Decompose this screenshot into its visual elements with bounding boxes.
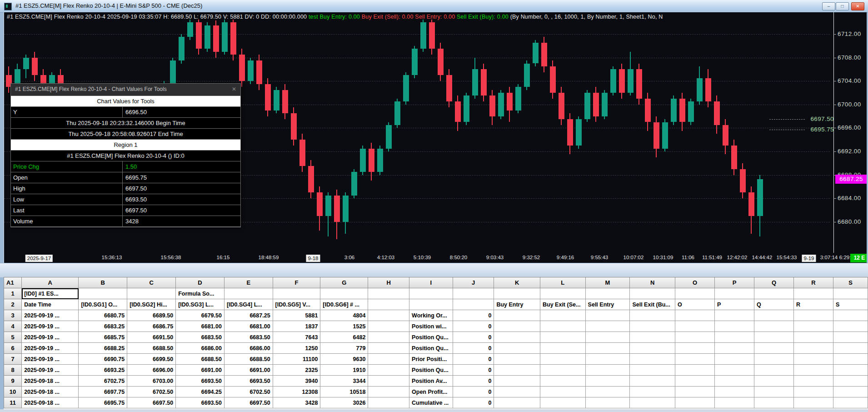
cell-S6[interactable] [833,343,868,354]
cell-B5[interactable]: 6685.75 [79,332,127,343]
cell-K4[interactable] [494,321,540,332]
cell-Q6[interactable] [754,343,794,354]
cell-H9[interactable] [368,376,409,387]
cell-P4[interactable] [715,321,754,332]
row-header-10[interactable]: 10 [4,387,22,397]
cell-A5[interactable]: 2025-09-19 ... [22,332,79,343]
column-header-I[interactable]: I [409,277,453,288]
row-header-5[interactable]: 5 [4,332,22,343]
cell-E11[interactable]: 6697.50 [224,397,273,408]
cell-B11[interactable]: 6695.75 [79,397,127,408]
cell-H11[interactable] [368,397,409,408]
cell-I6[interactable]: Position Qu... [409,343,453,354]
cell-K9[interactable] [494,376,540,387]
cell-L3[interactable] [540,310,586,321]
cell-S3[interactable] [833,310,868,321]
column-header-D[interactable]: D [176,277,224,288]
cell-R3[interactable] [794,310,833,321]
cell-M5[interactable] [585,332,630,343]
cell-K7[interactable] [494,354,540,365]
cell-P9[interactable] [715,376,754,387]
cell-G6[interactable]: 779 [320,343,368,354]
cell-C2[interactable]: [ID0.SG2] Hi... [127,299,176,310]
cell-P1[interactable] [715,288,754,299]
horizontal-scrollbar[interactable] [0,409,868,412]
cell-R1[interactable] [794,288,833,299]
cell-A2[interactable]: Date Time [22,299,79,310]
row-header-11[interactable]: 11 [4,397,22,408]
cell-M4[interactable] [585,321,630,332]
column-header-P[interactable]: P [715,277,754,288]
cell-I5[interactable]: Position Qu... [409,332,453,343]
cell-R8[interactable] [794,365,833,376]
cell-H3[interactable] [368,310,409,321]
cell-J10[interactable]: 0 [453,387,494,397]
cell-N7[interactable] [630,354,675,365]
cell-H10[interactable] [368,387,409,397]
cell-O6[interactable] [675,343,715,354]
cell-C1[interactable] [127,288,176,299]
cell-A9[interactable]: 2025-09-18 ... [22,376,79,387]
close-icon[interactable]: ✕ [230,85,238,93]
row-header-7[interactable]: 7 [4,354,22,365]
cell-I2[interactable] [409,299,453,310]
cell-Q7[interactable] [754,354,794,365]
row-header-9[interactable]: 9 [4,376,22,387]
chart-region[interactable]: 6712.006708.006704.006700.006696.006692.… [4,12,867,263]
cell-L9[interactable] [540,376,586,387]
cell-N10[interactable] [630,387,675,397]
cell-J3[interactable]: 0 [453,310,494,321]
cell-E5[interactable]: 6683.50 [224,332,273,343]
cell-F4[interactable]: 1837 [273,321,320,332]
cell-O7[interactable] [675,354,715,365]
cell-H6[interactable] [368,343,409,354]
cell-F7[interactable]: 11100 [273,354,320,365]
cell-I10[interactable]: Open Profit... [409,387,453,397]
sheet-corner-cell[interactable]: A1 [4,277,22,288]
cell-N1[interactable] [630,288,675,299]
cell-D11[interactable]: 6693.50 [176,397,224,408]
cell-D1[interactable]: Formula So... [176,288,224,299]
cell-F10[interactable]: 12308 [273,387,320,397]
cell-D7[interactable]: 6688.50 [176,354,224,365]
cell-J4[interactable]: 0 [453,321,494,332]
cell-P3[interactable] [715,310,754,321]
cell-Q3[interactable] [754,310,794,321]
column-header-L[interactable]: L [540,277,586,288]
cell-Q8[interactable] [754,365,794,376]
column-header-H[interactable]: H [368,277,409,288]
cell-Q9[interactable] [754,376,794,387]
cell-M7[interactable] [585,354,630,365]
cell-E7[interactable]: 6688.50 [224,354,273,365]
cell-K1[interactable] [494,288,540,299]
cell-J5[interactable]: 0 [453,332,494,343]
cell-N3[interactable] [630,310,675,321]
cell-J7[interactable]: 0 [453,354,494,365]
cell-J1[interactable] [453,288,494,299]
column-header-S[interactable]: S [833,277,868,288]
cell-A4[interactable]: 2025-09-19 ... [22,321,79,332]
cell-O5[interactable] [675,332,715,343]
cell-H7[interactable] [368,354,409,365]
cell-G9[interactable]: 3344 [320,376,368,387]
cell-P11[interactable] [715,397,754,408]
column-header-F[interactable]: F [273,277,320,288]
cell-M3[interactable] [585,310,630,321]
cell-L1[interactable] [540,288,586,299]
cell-S9[interactable] [833,376,868,387]
cell-M2[interactable]: Sell Entry [585,299,630,310]
cell-M10[interactable] [585,387,630,397]
cell-Q11[interactable] [754,397,794,408]
cell-O4[interactable] [675,321,715,332]
cell-J8[interactable]: 0 [453,365,494,376]
cell-P5[interactable] [715,332,754,343]
cell-K5[interactable] [494,332,540,343]
cell-H1[interactable] [368,288,409,299]
cell-M1[interactable] [585,288,630,299]
cell-K10[interactable] [494,387,540,397]
cell-M8[interactable] [585,365,630,376]
cell-O9[interactable] [675,376,715,387]
cell-P7[interactable] [715,354,754,365]
cell-R7[interactable] [794,354,833,365]
cell-G10[interactable]: 10518 [320,387,368,397]
